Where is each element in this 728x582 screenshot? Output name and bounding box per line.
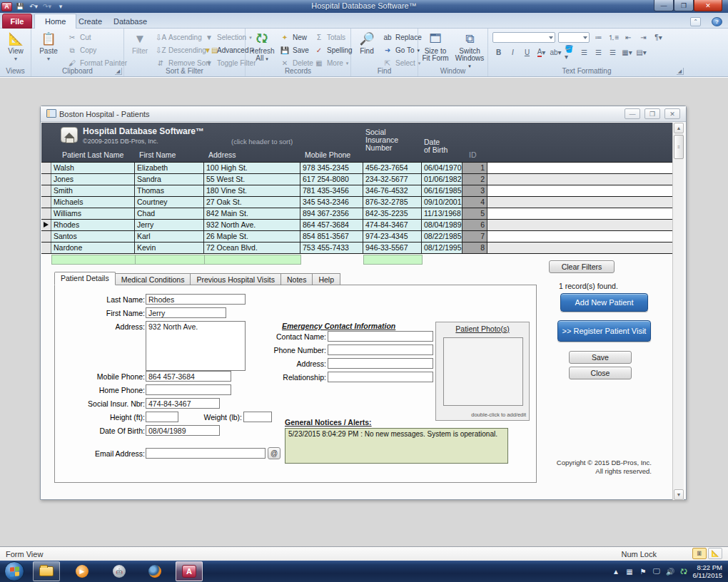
numbering-icon[interactable]: ⒈≡ xyxy=(607,32,620,43)
patient-photo-box[interactable] xyxy=(443,337,523,406)
form-view-icon[interactable]: 🗏 xyxy=(692,548,707,559)
column-header-ssn[interactable]: SocialInsuranceNumber xyxy=(365,128,398,152)
last-name-field[interactable]: Rhodes xyxy=(146,294,246,305)
contact-name-field[interactable] xyxy=(328,331,433,342)
align-left-icon[interactable]: ☰ xyxy=(578,47,590,58)
goto-button[interactable]: ➜Go To ▾ xyxy=(383,44,422,56)
height-field[interactable] xyxy=(146,412,178,422)
save-button[interactable]: Save xyxy=(569,351,632,364)
filter-input-address[interactable] xyxy=(204,255,301,265)
scroll-down-icon[interactable]: ▼ xyxy=(674,489,684,500)
contact-phone-field[interactable] xyxy=(328,344,433,355)
tray-action-center-icon[interactable]: ⚑ xyxy=(638,568,647,576)
close-button-form[interactable]: Close xyxy=(569,367,632,379)
new-record-button[interactable]: ✦New xyxy=(280,31,318,44)
tab-previous-visits[interactable]: Previous Hospital Visits xyxy=(191,273,281,285)
email-at-button[interactable]: @ xyxy=(268,447,280,459)
add-new-patient-button[interactable]: Add New Patient xyxy=(560,293,648,312)
patients-window-titlebar[interactable]: Boston Hospital - Patients xyxy=(41,106,686,122)
bold-button[interactable]: B xyxy=(492,47,505,58)
tray-sync-icon[interactable]: 🗘 xyxy=(679,568,688,576)
first-name-field[interactable]: Jerry xyxy=(146,307,226,318)
start-button[interactable] xyxy=(4,561,24,581)
bullets-icon[interactable]: ≔ xyxy=(592,32,605,43)
dob-field[interactable]: 08/04/1989 xyxy=(146,425,220,436)
scroll-up-icon[interactable]: ▲ xyxy=(674,123,684,133)
taskbar-firefox-icon[interactable] xyxy=(141,561,168,581)
clear-filters-button[interactable]: Clear Filters xyxy=(549,260,615,273)
minimize-button[interactable]: — xyxy=(654,0,674,11)
switch-windows-button[interactable]: ⧉ SwitchWindows ▾ xyxy=(453,31,486,66)
home-phone-field[interactable] xyxy=(146,384,231,395)
ssn-field[interactable]: 474-84-3467 xyxy=(146,398,220,409)
address-field[interactable]: 932 North Ave. xyxy=(146,321,246,371)
form-vertical-scrollbar[interactable]: ▲ ≡ ▼ xyxy=(672,123,684,500)
underline-button[interactable]: U xyxy=(521,47,533,58)
table-row[interactable]: Williams Chad 842 Main St. 894 367-2356 … xyxy=(41,208,672,220)
table-row[interactable]: Smith Thomas 180 Vine St. 781 435-3456 3… xyxy=(41,185,672,197)
record-selector[interactable] xyxy=(41,231,51,242)
register-patient-visit-button[interactable]: >> Register Patient Visit xyxy=(557,320,651,342)
replace-button[interactable]: abReplace xyxy=(383,31,422,44)
column-header-dob[interactable]: Dateof Birth xyxy=(424,138,448,154)
table-row[interactable]: Michaels Courtney 27 Oak St. 345 543-234… xyxy=(41,197,672,208)
tab-database[interactable]: Database xyxy=(103,14,157,29)
highlight-color-icon[interactable]: ab▾ xyxy=(550,47,562,58)
text-formatting-dialog-launcher-icon[interactable]: ◢ xyxy=(677,68,684,75)
gridlines-icon[interactable]: ▦▾ xyxy=(621,47,633,58)
font-family-select[interactable] xyxy=(492,32,555,43)
record-selector[interactable] xyxy=(41,174,51,185)
column-header-first-name[interactable]: First Name xyxy=(139,150,176,159)
tab-notes[interactable]: Notes xyxy=(281,273,313,285)
record-selector-current[interactable] xyxy=(41,220,51,230)
column-header-address[interactable]: Address xyxy=(208,150,236,159)
font-color-icon[interactable]: A▾ xyxy=(535,47,547,58)
ascending-button[interactable]: ⇩AAscending xyxy=(156,31,210,44)
column-header-id[interactable]: ID xyxy=(469,150,477,159)
size-to-fit-button[interactable]: 🗔 Size toFit Form xyxy=(419,31,452,66)
filter-input-last-name[interactable] xyxy=(51,255,136,265)
align-center-icon[interactable]: ☰ xyxy=(592,47,605,58)
clipboard-dialog-launcher-icon[interactable]: ◢ xyxy=(115,68,122,75)
paste-button[interactable]: 📋 Paste ▼ xyxy=(34,31,64,66)
tab-medical-conditions[interactable]: Medical Conditions xyxy=(116,273,191,285)
child-restore-button[interactable]: ❐ xyxy=(644,108,660,119)
copy-button[interactable]: ⧉Copy xyxy=(67,44,127,56)
tray-app-icon[interactable]: ▦ xyxy=(625,568,634,576)
table-row[interactable]: Santos Karl 26 Maple St. 854 851-3567 97… xyxy=(41,231,672,242)
alternate-row-color-icon[interactable]: ▤▾ xyxy=(635,47,647,58)
taskbar-access-icon[interactable]: A xyxy=(176,561,203,581)
record-selector[interactable] xyxy=(41,208,51,219)
contact-address-field[interactable] xyxy=(328,358,433,369)
decrease-indent-icon[interactable]: ⇤ xyxy=(622,32,635,43)
find-button[interactable]: 🔎 Find xyxy=(352,31,382,66)
taskbar-clock[interactable]: 8:22 PM6/11/2015 xyxy=(692,563,725,579)
italic-button[interactable]: I xyxy=(507,47,519,58)
tab-file[interactable]: File xyxy=(2,14,32,29)
table-row[interactable]: Nardone Kevin 72 Ocean Blvd. 753 455-743… xyxy=(41,242,672,254)
email-field[interactable] xyxy=(146,448,266,459)
fill-color-icon[interactable]: 🪣▾ xyxy=(564,47,576,58)
text-direction-icon[interactable]: ¶▾ xyxy=(652,32,664,43)
record-selector[interactable] xyxy=(41,185,51,196)
taskbar-messenger-icon[interactable]: 🤖 xyxy=(106,561,133,581)
weight-field[interactable] xyxy=(243,412,272,422)
child-close-button[interactable]: ✕ xyxy=(664,108,680,119)
refresh-all-button[interactable]: 🗘 RefreshAll ▾ xyxy=(246,31,278,66)
filter-button[interactable]: ▼ Filter xyxy=(125,31,155,66)
cut-button[interactable]: ✂Cut xyxy=(67,31,127,44)
tray-network-icon[interactable]: 🖵 xyxy=(652,567,661,576)
mobile-phone-field[interactable]: 864 457-3684 xyxy=(146,371,231,382)
spelling-button[interactable]: ✓Spelling xyxy=(314,44,353,56)
column-header-mobile[interactable]: Mobile Phone xyxy=(305,150,350,159)
totals-button[interactable]: ΣTotals xyxy=(314,31,353,44)
taskbar-explorer-icon[interactable] xyxy=(33,561,60,581)
scroll-thumb[interactable]: ≡ xyxy=(674,135,684,159)
increase-indent-icon[interactable]: ⇥ xyxy=(637,32,649,43)
close-button[interactable]: ✕ xyxy=(694,0,722,11)
patient-photo-panel[interactable]: Patient Photo(s) double-click to add/edi… xyxy=(435,322,530,421)
tray-volume-icon[interactable]: 🔊 xyxy=(665,568,674,576)
table-row[interactable]: Jones Sandra 55 West St. 617 254-8080 23… xyxy=(41,174,672,185)
design-view-icon[interactable]: 📐 xyxy=(708,548,722,559)
taskbar-media-player-icon[interactable]: ▶ xyxy=(69,561,96,581)
